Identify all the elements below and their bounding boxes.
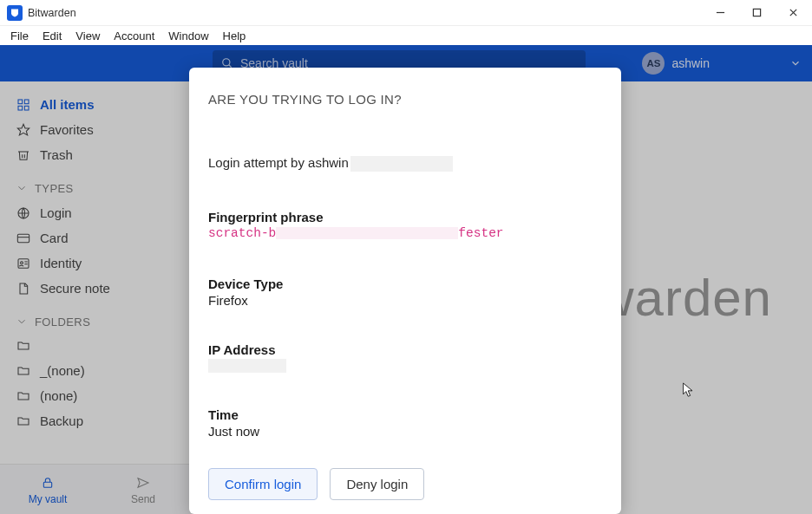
window-minimize-button[interactable]	[713, 6, 727, 20]
login-request-modal: ARE YOU TRYING TO LOG IN? Login attempt …	[189, 68, 621, 514]
app-icon	[7, 5, 23, 21]
redacted-block	[350, 156, 453, 172]
window-maximize-button[interactable]	[750, 6, 763, 20]
modal-title: ARE YOU TRYING TO LOG IN?	[208, 92, 602, 107]
svg-rect-1	[753, 9, 760, 16]
ip-address-value	[208, 359, 286, 373]
device-type-value: Firefox	[208, 293, 602, 308]
time-label: Time	[208, 407, 602, 422]
fingerprint-value: scratch-bfester	[208, 226, 602, 240]
menu-file[interactable]: File	[3, 28, 36, 44]
device-type-label: Device Type	[208, 277, 602, 291]
confirm-login-button[interactable]: Confirm login	[208, 468, 318, 500]
redacted-block	[276, 227, 458, 239]
fingerprint-label: Fingerprint phrase	[208, 210, 602, 224]
window-close-button[interactable]	[786, 6, 800, 20]
time-value: Just now	[208, 424, 602, 439]
fingerprint-prefix: scratch-b	[208, 226, 276, 240]
deny-login-button[interactable]: Deny login	[330, 468, 424, 500]
menu-edit[interactable]: Edit	[36, 28, 69, 44]
login-attempt-text: Login attempt by ashwin	[208, 155, 602, 172]
window-titlebar: Bitwarden	[0, 0, 812, 26]
menu-help[interactable]: Help	[216, 28, 253, 44]
fingerprint-suffix: fester	[458, 226, 503, 240]
attempt-prefix: Login attempt by	[208, 155, 308, 170]
menu-view[interactable]: View	[69, 28, 107, 44]
window-title: Bitwarden	[28, 7, 76, 19]
attempt-user: ashwin	[308, 155, 349, 170]
ip-address-label: IP Address	[208, 342, 602, 357]
menubar: File Edit View Account Window Help	[0, 26, 812, 45]
menu-account[interactable]: Account	[107, 28, 161, 44]
menu-window[interactable]: Window	[161, 28, 215, 44]
